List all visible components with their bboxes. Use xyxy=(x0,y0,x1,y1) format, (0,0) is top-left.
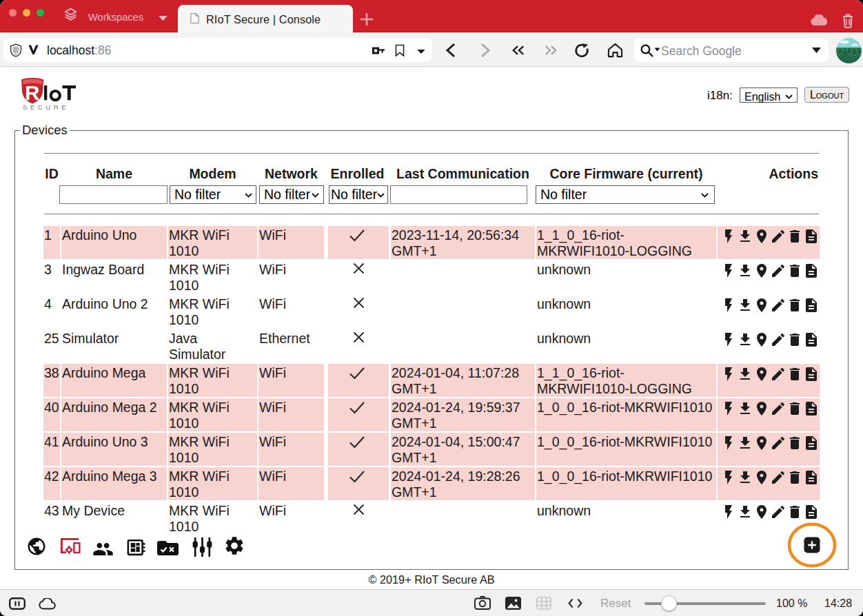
svg-text:SECURE: SECURE xyxy=(23,103,69,110)
svg-text:R: R xyxy=(25,82,39,104)
